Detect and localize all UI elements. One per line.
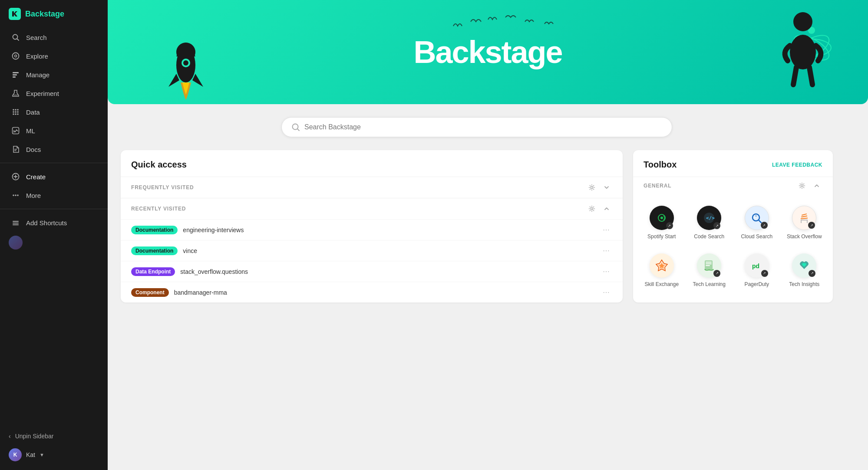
add-shortcuts-icon [11, 218, 20, 227]
recently-visited-settings-button[interactable] [586, 204, 597, 213]
sidebar-bottom: ‹ Unpin Sidebar K Kat ▼ [0, 424, 108, 470]
toolbox-item-spotify-start[interactable]: ↗ Spotify Start [640, 201, 683, 245]
svg-rect-22 [13, 223, 19, 223]
tech-insights-label: Tech Insights [789, 281, 819, 288]
sidebar-item-docs[interactable]: Docs [3, 140, 105, 158]
stack-overflow-label: Stack Overflow [787, 233, 822, 240]
svg-rect-49 [801, 220, 802, 223]
code-search-label: Code Search [694, 233, 724, 240]
sidebar-item-experiment[interactable]: Experiment [3, 84, 105, 102]
toolbox-grid: ↗ Spotify Start </> ↗ Code [633, 194, 833, 301]
unpin-sidebar-button[interactable]: ‹ Unpin Sidebar [0, 428, 108, 444]
table-row[interactable]: Documentation engineering-interviews ⋯ [121, 219, 623, 240]
toolbox-item-pagerduty[interactable]: pd ↗ PagerDuty [735, 249, 779, 293]
table-row[interactable]: Component bandmanager-mma ⋯ [121, 282, 623, 302]
svg-rect-50 [807, 220, 808, 223]
svg-point-35 [591, 187, 593, 189]
svg-rect-5 [13, 74, 17, 76]
toolbox-settings-button[interactable] [796, 181, 808, 190]
visit-item-more-button[interactable]: ⋯ [600, 225, 612, 235]
sidebar-item-ml[interactable]: ML [3, 122, 105, 140]
toolbox-section-general-header: GENERAL [633, 177, 833, 194]
sidebar-item-add-shortcuts-label: Add Shortcuts [26, 219, 67, 227]
tag-component: Component [131, 288, 169, 297]
quick-access-card: Quick access FREQUENTLY VISITED [121, 150, 623, 302]
toolbox-item-skill-exchange[interactable]: Skill Exchange [640, 249, 683, 293]
sidebar-user[interactable]: K Kat ▼ [0, 444, 108, 466]
person-illustration [764, 4, 833, 91]
sidebar-divider-1 [0, 163, 108, 163]
visit-item-name: engineering-interviews [183, 227, 595, 233]
recently-visited-label: RECENTLY VISITED [131, 206, 186, 212]
sidebar-item-data-label: Data [26, 108, 40, 116]
svg-rect-6 [13, 76, 16, 78]
visit-item-more-button-3[interactable]: ⋯ [600, 266, 612, 276]
app-name: Backstage [25, 10, 64, 19]
table-row[interactable]: Documentation vince ⋯ [121, 240, 623, 261]
frequently-visited-label: FREQUENTLY VISITED [131, 184, 194, 191]
sidebar-item-ml-label: ML [26, 127, 35, 135]
recently-visited-collapse-button[interactable] [601, 204, 612, 213]
app-logo[interactable]: Backstage [0, 0, 108, 28]
frequently-visited-actions [586, 183, 612, 192]
visit-item-more-button-4[interactable]: ⋯ [600, 287, 612, 297]
hero-banner: Backstage [108, 0, 868, 104]
sidebar-item-data[interactable]: Data [3, 103, 105, 121]
sidebar-item-experiment-label: Experiment [26, 90, 59, 97]
skill-exchange-icon [650, 253, 674, 278]
sidebar-item-add-shortcuts[interactable]: Add Shortcuts [3, 214, 105, 232]
quick-access-header: Quick access [121, 150, 623, 177]
external-link-icon-4: ↗ [808, 222, 815, 229]
sidebar-item-manage-label: Manage [26, 71, 50, 79]
external-link-icon-2: ↗ [713, 222, 720, 229]
toolbox-collapse-button[interactable] [811, 181, 822, 190]
svg-rect-47 [801, 216, 807, 217]
unpin-label: Unpin Sidebar [15, 433, 54, 440]
chevron-up-icon [603, 205, 610, 212]
tag-documentation: Documentation [131, 226, 178, 234]
docs-icon [11, 145, 20, 154]
frequently-visited-settings-button[interactable] [586, 183, 597, 192]
tag-data-endpoint: Data Endpoint [131, 267, 175, 276]
svg-point-7 [13, 111, 14, 113]
visit-item-more-button-2[interactable]: ⋯ [600, 246, 612, 256]
pagerduty-icon: pd ↗ [745, 253, 769, 278]
data-icon [11, 108, 20, 116]
main-nav: Search Explore Manage [0, 28, 108, 424]
external-link-icon: ↗ [666, 222, 673, 229]
search-bar-icon [291, 123, 300, 131]
svg-rect-55 [706, 262, 712, 263]
table-row[interactable]: Data Endpoint stack_overflow.questions ⋯ [121, 261, 623, 282]
toolbox-item-cloud-search[interactable]: ↗ Cloud Search [735, 201, 779, 245]
toolbox-item-stack-overflow[interactable]: ↗ Stack Overflow [783, 201, 826, 245]
sidebar-item-manage[interactable]: Manage [3, 66, 105, 84]
frequently-visited-collapse-button[interactable] [601, 183, 612, 192]
ml-icon [11, 126, 20, 135]
recently-visited-actions [586, 204, 612, 213]
user-name: Kat [26, 451, 35, 458]
sidebar-item-docs-label: Docs [26, 146, 41, 153]
sidebar-item-search[interactable]: Search [3, 28, 105, 46]
sidebar-item-more[interactable]: More [3, 186, 105, 204]
toolbox-item-tech-learning[interactable]: ↗ Tech Learning [688, 249, 731, 293]
toolbox-feedback-button[interactable]: LEAVE FEEDBACK [772, 162, 822, 168]
sidebar-item-create[interactable]: Create [3, 168, 105, 186]
manage-icon [11, 70, 20, 79]
svg-rect-45 [801, 220, 808, 220]
spotify-start-label: Spotify Start [647, 233, 676, 240]
svg-point-12 [17, 109, 19, 111]
cloud-search-icon: ↗ [745, 206, 769, 230]
settings-icon-2 [588, 205, 595, 212]
svg-rect-57 [706, 265, 710, 266]
toolbox-item-code-search[interactable]: </> ↗ Code Search [688, 201, 731, 245]
user-chevron-icon: ▼ [40, 452, 44, 457]
sidebar-item-explore[interactable]: Explore [3, 47, 105, 65]
svg-point-13 [13, 113, 14, 115]
toolbox-item-tech-insights[interactable]: ↗ Tech Insights [783, 249, 826, 293]
search-input[interactable] [304, 123, 662, 131]
tech-insights-icon: ↗ [792, 253, 816, 278]
search-wrap [121, 117, 833, 137]
svg-point-33 [790, 35, 816, 69]
external-link-icon-3: ↗ [761, 222, 768, 229]
more-icon [11, 191, 20, 200]
